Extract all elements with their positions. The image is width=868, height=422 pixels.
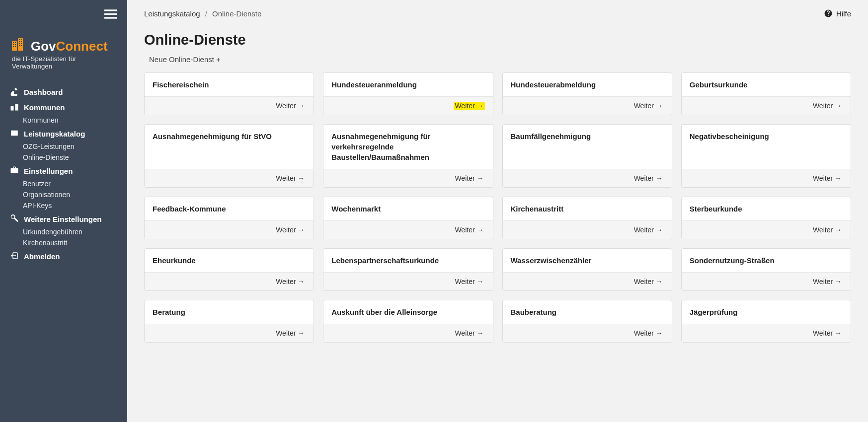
weiter-link[interactable]: Weiter → [275, 174, 306, 182]
card-title: Sterbeurkunde [682, 197, 851, 220]
service-card: BauberatungWeiter → [502, 300, 672, 343]
service-card: NegativbescheinigungWeiter → [681, 124, 851, 188]
weiter-link[interactable]: Weiter → [812, 174, 843, 182]
card-footer: Weiter → [323, 96, 492, 115]
weiter-link[interactable]: Weiter → [812, 278, 843, 285]
service-card: Sondernutzung-StraßenWeiter → [681, 248, 851, 291]
card-footer: Weiter → [145, 272, 314, 290]
buildings-icon [12, 36, 28, 51]
service-card: HundesteuerabmeldungWeiter → [502, 72, 672, 115]
weiter-link[interactable]: Weiter → [812, 102, 843, 110]
buildings-icon [10, 102, 19, 113]
dashboard-icon [10, 87, 19, 97]
nav-heading-kommunen[interactable]: Kommunen [0, 100, 127, 115]
logo-gov-text: Gov [31, 39, 56, 54]
card-footer: Weiter → [323, 272, 492, 290]
help-label: Hilfe [836, 9, 851, 18]
weiter-link[interactable]: Weiter → [812, 226, 843, 234]
svg-rect-7 [13, 44, 14, 45]
breadcrumb: Leistungskatalog / Online-Dienste [144, 9, 261, 18]
nav-subitem-organisationen[interactable]: Organisationen [23, 189, 127, 200]
topbar: Leistungskatalog / Online-Dienste Hilfe [144, 9, 851, 18]
svg-rect-6 [15, 42, 16, 43]
add-online-dienst-link[interactable]: Neue Online-Dienst + [144, 55, 221, 64]
weiter-link[interactable]: Weiter → [633, 278, 664, 285]
service-card: Auskunft über die AlleinsorgeWeiter → [323, 300, 493, 343]
weiter-link[interactable]: Weiter → [275, 329, 306, 337]
weiter-link[interactable]: Weiter → [454, 329, 484, 337]
nav-heading-leistungskatalog[interactable]: Leistungskatalog [0, 127, 127, 141]
service-card: SterbeurkundeWeiter → [681, 197, 851, 239]
svg-rect-0 [104, 9, 117, 11]
nav-subitem-kirchenaustritt[interactable]: Kirchenaustritt [23, 237, 127, 248]
svg-rect-18 [21, 45, 22, 46]
nav-subitem-api-keys[interactable]: API-Keys [23, 200, 127, 211]
nav-sublist: UrkundengebührenKirchenaustritt [0, 226, 127, 248]
svg-rect-20 [15, 104, 18, 111]
service-card: WasserzwischenzählerWeiter → [502, 248, 672, 291]
weiter-link[interactable]: Weiter → [633, 329, 664, 337]
service-card: BaumfällgenehmigungWeiter → [502, 124, 672, 188]
card-footer: Weiter → [145, 96, 314, 115]
service-card: Ausnahmegenehmigung für StVOWeiter → [144, 124, 314, 188]
card-title: Sondernutzung-Straßen [682, 249, 851, 272]
nav-group: KommunenKommunen [0, 100, 127, 126]
card-title: Negativbescheinigung [682, 125, 851, 169]
card-footer: Weiter → [682, 220, 851, 239]
svg-rect-12 [21, 39, 22, 40]
hamburger-menu-button[interactable] [0, 5, 127, 24]
svg-rect-2 [104, 17, 117, 18]
breadcrumb-parent[interactable]: Leistungskatalog [144, 9, 200, 18]
card-footer: Weiter → [682, 324, 851, 342]
service-card: WochenmarktWeiter → [323, 197, 493, 239]
card-title: Fischereischein [145, 73, 314, 96]
card-title: Eheurkunde [145, 249, 314, 272]
service-card: LebenspartnerschaftsurkundeWeiter → [323, 248, 493, 291]
help-button[interactable]: Hilfe [824, 9, 851, 18]
page-title: Online-Dienste [144, 32, 851, 48]
nav-subitem-kommunen[interactable]: Kommunen [23, 115, 127, 126]
card-title: Lebenspartnerschaftsurkunde [323, 249, 492, 272]
svg-rect-4 [18, 38, 23, 51]
logout-icon [10, 251, 19, 262]
main-nav: DashboardKommunenKommunenLeistungskatalo… [0, 85, 127, 264]
service-card: BeratungWeiter → [144, 300, 314, 343]
weiter-link[interactable]: Weiter → [275, 226, 306, 234]
weiter-link[interactable]: Weiter → [812, 329, 843, 337]
nav-heading-weitere-einstellungen[interactable]: Weitere Einstellungen [0, 212, 127, 226]
card-footer: Weiter → [323, 324, 492, 342]
card-title: Beratung [145, 300, 314, 324]
service-card: Feedback-KommuneWeiter → [144, 197, 314, 239]
nav-heading-dashboard[interactable]: Dashboard [0, 85, 127, 99]
weiter-link[interactable]: Weiter → [454, 102, 484, 110]
main-content: Leistungskatalog / Online-Dienste Hilfe … [127, 0, 868, 422]
weiter-link[interactable]: Weiter → [633, 226, 664, 234]
weiter-link[interactable]: Weiter → [633, 174, 664, 182]
nav-heading-abmelden[interactable]: Abmelden [0, 249, 127, 264]
weiter-link[interactable]: Weiter → [454, 226, 484, 234]
card-footer: Weiter → [323, 220, 492, 239]
weiter-link[interactable]: Weiter → [454, 278, 484, 285]
nav-subitem-urkundengebühren[interactable]: Urkundengebühren [23, 226, 127, 237]
weiter-link[interactable]: Weiter → [454, 174, 484, 182]
service-card: EheurkundeWeiter → [144, 248, 314, 291]
nav-sublist: Kommunen [0, 115, 127, 126]
nav-subitem-benutzer[interactable]: Benutzer [23, 178, 127, 189]
weiter-link[interactable]: Weiter → [275, 102, 306, 110]
cards-grid: FischereischeinWeiter →Hundesteueranmeld… [144, 72, 851, 343]
breadcrumb-current: Online-Dienste [212, 9, 261, 18]
service-card: GeburtsurkundeWeiter → [681, 72, 851, 115]
book-icon [10, 129, 19, 139]
card-footer: Weiter → [682, 272, 851, 290]
svg-rect-14 [21, 41, 22, 42]
weiter-link[interactable]: Weiter → [633, 102, 664, 110]
nav-group: EinstellungenBenutzerOrganisationenAPI-K… [0, 164, 127, 211]
weiter-link[interactable]: Weiter → [275, 278, 306, 285]
nav-sublist: OZG-LeistungenOnline-Dienste [0, 141, 127, 163]
svg-rect-16 [21, 43, 22, 44]
nav-subitem-ozg-leistungen[interactable]: OZG-Leistungen [23, 141, 127, 152]
help-icon [824, 9, 833, 18]
nav-subitem-online-dienste[interactable]: Online-Dienste [23, 152, 127, 163]
nav-heading-einstellungen[interactable]: Einstellungen [0, 164, 127, 178]
nav-group: Weitere EinstellungenUrkundengebührenKir… [0, 212, 127, 248]
